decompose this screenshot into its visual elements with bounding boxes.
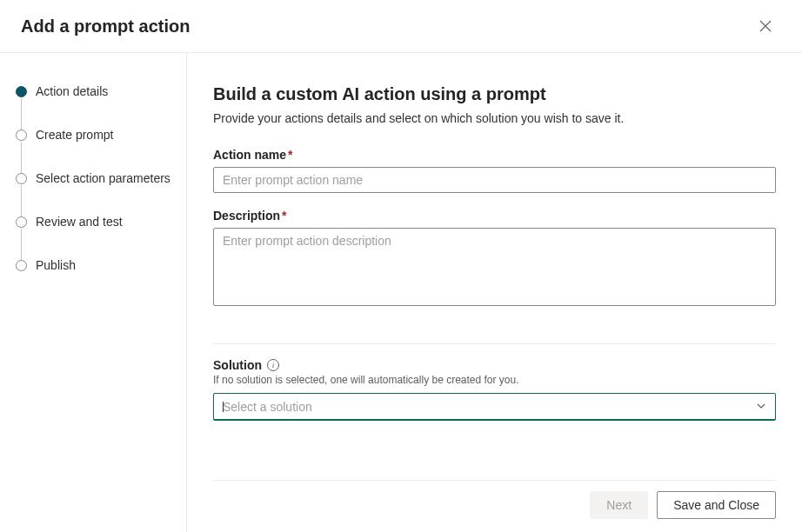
step-indicator-icon <box>16 86 27 97</box>
description-group: Description* <box>213 209 776 309</box>
step-review-and-test[interactable]: Review and test <box>16 215 172 258</box>
step-indicator-icon <box>16 216 27 228</box>
dialog-footer: Next Save and Close <box>213 480 776 519</box>
next-button[interactable]: Next <box>590 491 648 519</box>
step-label: Review and test <box>36 215 123 229</box>
action-name-input[interactable] <box>213 167 776 193</box>
label-text: Action name <box>213 148 286 162</box>
step-publish[interactable]: Publish <box>16 258 172 272</box>
step-indicator-icon <box>16 173 27 184</box>
info-icon[interactable]: i <box>267 359 279 371</box>
step-indicator-icon <box>16 260 27 271</box>
solution-label-row: Solution i <box>213 358 776 372</box>
description-input[interactable] <box>213 228 776 306</box>
dialog-title: Add a prompt action <box>21 17 190 37</box>
required-asterisk: * <box>282 209 286 223</box>
placeholder-text: Select a solution <box>223 400 312 414</box>
main-panel: Build a custom AI action using a prompt … <box>187 53 802 532</box>
step-label: Select action parameters <box>36 171 170 185</box>
section-divider <box>213 343 776 344</box>
required-asterisk: * <box>288 148 292 162</box>
step-select-action-parameters[interactable]: Select action parameters <box>16 171 172 215</box>
dialog-body: Action details Create prompt Select acti… <box>0 53 802 532</box>
text-cursor <box>223 402 224 412</box>
label-text: Description <box>213 209 280 223</box>
wizard-steps-sidebar: Action details Create prompt Select acti… <box>0 53 187 532</box>
chevron-down-icon <box>756 400 766 414</box>
description-label: Description* <box>213 209 776 223</box>
step-create-prompt[interactable]: Create prompt <box>16 128 172 171</box>
action-name-label: Action name* <box>213 148 776 162</box>
close-icon <box>759 20 772 32</box>
close-button[interactable] <box>755 16 776 37</box>
step-indicator-icon <box>16 130 27 141</box>
steps-list: Action details Create prompt Select acti… <box>16 84 172 272</box>
dialog-header: Add a prompt action <box>0 0 802 53</box>
page-subtitle: Provide your actions details and select … <box>213 111 776 125</box>
action-name-group: Action name* <box>213 148 776 193</box>
solution-helper-text: If no solution is selected, one will aut… <box>213 374 776 386</box>
solution-label: Solution <box>213 358 262 372</box>
solution-placeholder: Select a solution <box>223 400 312 414</box>
solution-group: Solution i If no solution is selected, o… <box>213 358 776 421</box>
save-and-close-button[interactable]: Save and Close <box>657 491 776 519</box>
solution-select[interactable]: Select a solution <box>213 393 776 421</box>
step-action-details[interactable]: Action details <box>16 84 172 128</box>
step-label: Create prompt <box>36 128 113 142</box>
step-label: Action details <box>36 84 108 98</box>
step-label: Publish <box>36 258 76 272</box>
page-heading: Build a custom AI action using a prompt <box>213 84 776 104</box>
